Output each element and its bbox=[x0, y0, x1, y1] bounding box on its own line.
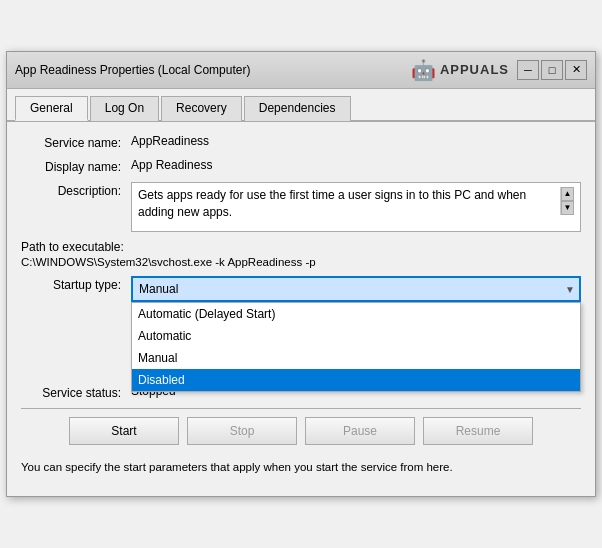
startup-type-row: Startup type: Manual ▼ Automatic (Delaye… bbox=[21, 276, 581, 302]
appuals-logo: APPUALS bbox=[440, 62, 509, 77]
tab-recovery[interactable]: Recovery bbox=[161, 96, 242, 121]
minimize-button[interactable]: ─ bbox=[517, 60, 539, 80]
path-section: Path to executable: C:\WINDOWS\System32\… bbox=[21, 240, 581, 268]
service-name-row: Service name: AppReadiness bbox=[21, 134, 581, 150]
action-buttons: Start Stop Pause Resume bbox=[21, 417, 581, 445]
window-title: App Readiness Properties (Local Computer… bbox=[15, 63, 250, 77]
divider bbox=[21, 408, 581, 409]
selected-text: Manual bbox=[139, 282, 178, 296]
tab-dependencies[interactable]: Dependencies bbox=[244, 96, 351, 121]
path-value: C:\WINDOWS\System32\svchost.exe -k AppRe… bbox=[21, 256, 581, 268]
description-row: Description: Gets apps ready for use the… bbox=[21, 182, 581, 232]
dropdown-selected-value[interactable]: Manual ▼ bbox=[131, 276, 581, 302]
maximize-button[interactable]: □ bbox=[541, 60, 563, 80]
tab-general[interactable]: General bbox=[15, 96, 88, 121]
start-button[interactable]: Start bbox=[69, 417, 179, 445]
description-box: Gets apps ready for use the first time a… bbox=[131, 182, 581, 232]
robot-icon: 🤖 bbox=[411, 58, 436, 82]
title-bar: App Readiness Properties (Local Computer… bbox=[7, 52, 595, 89]
stop-button[interactable]: Stop bbox=[187, 417, 297, 445]
footer-text: You can specify the start parameters tha… bbox=[21, 455, 581, 484]
dropdown-arrow-icon: ▼ bbox=[565, 283, 575, 294]
service-name-value: AppReadiness bbox=[131, 134, 581, 148]
startup-label: Startup type: bbox=[21, 276, 131, 292]
tab-content: Service name: AppReadiness Display name:… bbox=[7, 122, 595, 496]
path-label: Path to executable: bbox=[21, 240, 581, 254]
dropdown-item-1[interactable]: Automatic bbox=[132, 325, 580, 347]
close-button[interactable]: ✕ bbox=[565, 60, 587, 80]
dropdown-item-3[interactable]: Disabled bbox=[132, 369, 580, 391]
service-status-label: Service status: bbox=[21, 384, 131, 400]
dropdown-list: Automatic (Delayed Start) Automatic Manu… bbox=[131, 302, 581, 392]
pause-button[interactable]: Pause bbox=[305, 417, 415, 445]
dropdown-item-2[interactable]: Manual bbox=[132, 347, 580, 369]
description-text: Gets apps ready for use the first time a… bbox=[138, 187, 556, 221]
display-name-row: Display name: App Readiness bbox=[21, 158, 581, 174]
tab-bar: General Log On Recovery Dependencies bbox=[7, 89, 595, 122]
resume-button[interactable]: Resume bbox=[423, 417, 533, 445]
window-controls: ─ □ ✕ bbox=[517, 60, 587, 80]
tab-logon[interactable]: Log On bbox=[90, 96, 159, 121]
description-scrollbar[interactable]: ▲ ▼ bbox=[560, 187, 574, 215]
scroll-up-button[interactable]: ▲ bbox=[561, 187, 574, 201]
display-name-value: App Readiness bbox=[131, 158, 581, 172]
dropdown-item-0[interactable]: Automatic (Delayed Start) bbox=[132, 303, 580, 325]
logo-area: 🤖 APPUALS bbox=[411, 58, 509, 82]
service-name-label: Service name: bbox=[21, 134, 131, 150]
description-label: Description: bbox=[21, 182, 131, 198]
scroll-down-button[interactable]: ▼ bbox=[561, 201, 574, 215]
properties-window: App Readiness Properties (Local Computer… bbox=[6, 51, 596, 497]
display-name-label: Display name: bbox=[21, 158, 131, 174]
startup-dropdown[interactable]: Manual ▼ Automatic (Delayed Start) Autom… bbox=[131, 276, 581, 302]
